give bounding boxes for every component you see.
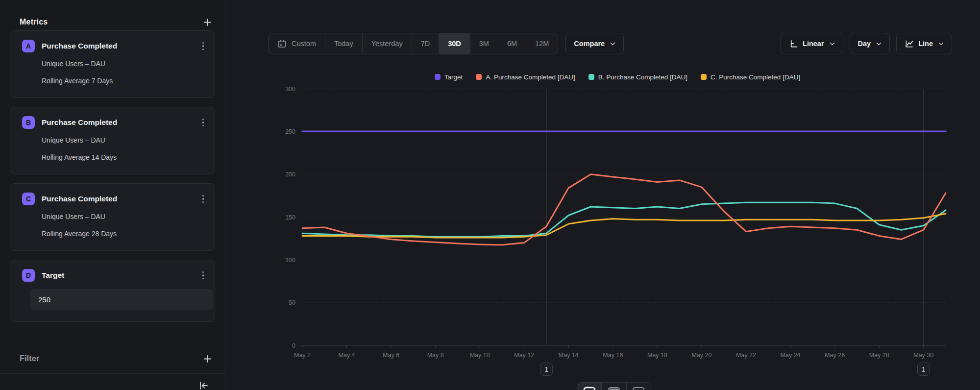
metric-badge: A (22, 40, 35, 52)
kebab-menu-icon[interactable] (199, 117, 207, 129)
kebab-dot (202, 45, 204, 47)
plus-icon (202, 17, 213, 27)
target-card[interactable]: DTarget (10, 260, 215, 322)
range-7d[interactable]: 7D (412, 33, 440, 54)
legend-swatch (588, 74, 594, 80)
x-axis-label: May 4 (339, 352, 355, 359)
metrics-sidebar: Metrics APurchase CompletedUnique Users … (0, 0, 225, 390)
legend-label: C. Purchase Completed [DAU] (710, 73, 800, 81)
annotation-badge[interactable]: 1 (917, 363, 930, 376)
range-label: 6M (507, 40, 517, 48)
interval-label: Day (858, 40, 871, 48)
y-axis-label: 300 (285, 86, 295, 93)
legend-swatch (435, 74, 441, 80)
range-30d[interactable]: 30D (439, 33, 470, 54)
x-axis-label: May 16 (603, 352, 623, 359)
add-metric-button[interactable] (200, 15, 214, 29)
filter-header: Filter (0, 331, 225, 366)
range-label: 3M (479, 40, 489, 48)
kebab-dot (202, 195, 204, 197)
range-label: Yesterday (371, 40, 403, 48)
line-chart[interactable]: 050100150200250300May 2May 4May 6May 8Ma… (274, 82, 960, 376)
chart-type-label: Line (918, 40, 933, 48)
kebab-dot (202, 125, 204, 127)
plus-icon (202, 354, 213, 364)
axis-scale-icon (789, 39, 798, 49)
metric-card[interactable]: CPurchase CompletedUnique Users – DAURol… (10, 183, 215, 251)
chevron-down-icon (938, 42, 944, 46)
compare-label: Compare (574, 40, 605, 48)
metric-card-header: CPurchase Completed (22, 192, 207, 206)
legend-item[interactable]: B. Purchase Completed [DAU] (588, 73, 687, 81)
target-value-input[interactable] (30, 289, 213, 310)
x-axis-label: May 8 (427, 352, 444, 359)
collapse-sidebar-button[interactable] (196, 379, 210, 390)
legend-label: B. Purchase Completed [DAU] (598, 73, 687, 81)
metric-card-header: BPurchase Completed (22, 116, 207, 129)
range-custom[interactable]: Custom (269, 33, 325, 54)
x-axis-label: May 28 (869, 352, 889, 359)
range-6m[interactable]: 6M (498, 33, 526, 54)
chevron-down-icon (876, 42, 882, 46)
view-chart-button[interactable] (577, 383, 602, 390)
legend-item[interactable]: C. Purchase Completed [DAU] (701, 73, 800, 81)
annotation-badge[interactable]: 1 (540, 363, 553, 376)
x-axis-label: May 30 (913, 352, 933, 359)
range-yesterday[interactable]: Yesterday (363, 33, 412, 54)
range-label: 7D (421, 40, 430, 48)
legend-label: A. Purchase Completed [DAU] (486, 73, 575, 81)
sidebar-footer (0, 373, 225, 390)
x-axis-label: May 6 (383, 352, 399, 359)
x-axis-label: May 14 (559, 352, 579, 359)
range-label: Custom (292, 40, 316, 48)
y-axis-label: 250 (285, 128, 295, 135)
legend-item[interactable]: Target (435, 73, 463, 81)
metric-rolling-window: Rolling Average 7 Days (42, 77, 207, 85)
chart-view-icon (583, 387, 596, 390)
kebab-dot (202, 201, 204, 203)
view-details-button[interactable] (627, 383, 651, 390)
interval-button[interactable]: Day (850, 33, 890, 54)
legend-swatch (701, 74, 707, 80)
legend-item[interactable]: A. Purchase Completed [DAU] (476, 73, 575, 81)
series-a-purchase-completed-dau- (302, 174, 946, 245)
add-filter-button[interactable] (200, 352, 214, 366)
x-axis-label: May 22 (736, 352, 756, 359)
kebab-dot (202, 122, 204, 123)
kebab-dot (202, 49, 204, 50)
kebab-menu-icon[interactable] (199, 40, 207, 52)
kebab-menu-icon[interactable] (199, 193, 207, 205)
range-label: 30D (448, 40, 461, 48)
compare-button[interactable]: Compare (565, 33, 624, 54)
legend-swatch (476, 74, 482, 80)
metric-badge: B (22, 116, 35, 129)
metric-card[interactable]: BPurchase CompletedUnique Users – DAURol… (10, 107, 215, 174)
range-12m[interactable]: 12M (526, 33, 558, 54)
view-table-button[interactable] (602, 383, 626, 390)
date-range-control: CustomTodayYesterday7D30D3M6M12M (268, 33, 558, 54)
scale-button[interactable]: Linear (781, 33, 843, 54)
chevron-down-icon (610, 42, 615, 46)
filter-title: Filter (20, 354, 39, 363)
display-options-group: Linear Day Line (781, 33, 952, 54)
target-card-header: DTarget (22, 268, 207, 282)
kebab-menu-icon[interactable] (199, 269, 207, 282)
chart-type-button[interactable]: Line (896, 33, 952, 54)
chart-toolbar: CustomTodayYesterday7D30D3M6M12M Compare… (268, 33, 952, 54)
range-today[interactable]: Today (325, 33, 363, 54)
x-axis-label: May 24 (781, 352, 801, 359)
x-axis-label: May 18 (647, 352, 667, 359)
kebab-dot (202, 278, 204, 280)
calendar-icon (277, 39, 287, 49)
collapse-left-icon (197, 380, 209, 390)
metrics-header: Metrics (0, 0, 225, 30)
chart-legend: TargetA. Purchase Completed [DAU]B. Purc… (274, 72, 960, 82)
metric-measure: Unique Users – DAU (42, 213, 207, 220)
range-3m[interactable]: 3M (470, 33, 498, 54)
y-axis-label: 0 (292, 342, 295, 349)
metric-card-header: APurchase Completed (22, 39, 207, 53)
y-axis-label: 150 (285, 214, 295, 221)
table-view-icon (608, 387, 620, 390)
kebab-dot (202, 274, 204, 276)
metric-card[interactable]: APurchase CompletedUnique Users – DAURol… (10, 30, 215, 98)
